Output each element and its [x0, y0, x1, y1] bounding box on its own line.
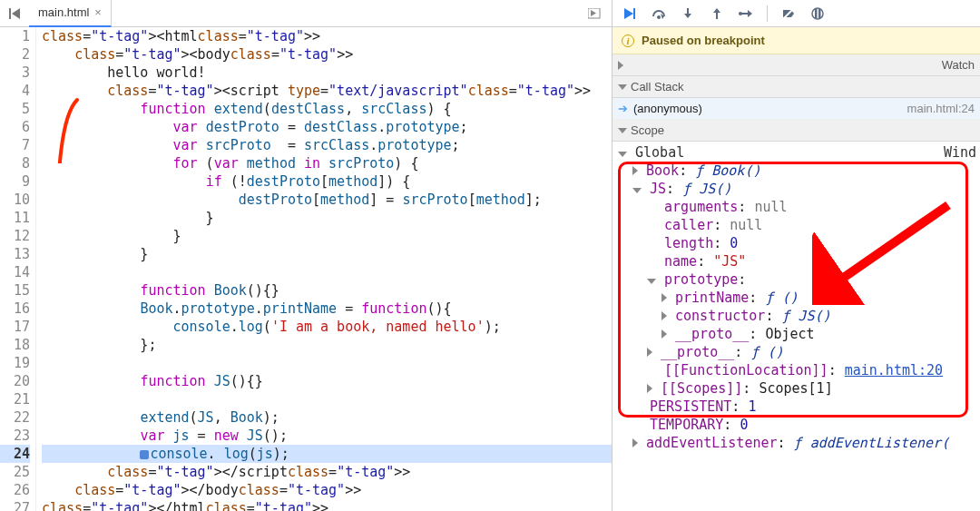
code-line[interactable]: }: [42, 209, 612, 227]
svg-rect-0: [9, 8, 11, 19]
code-line[interactable]: Book.prototype.printName = function(){: [42, 300, 612, 318]
line-number[interactable]: 1: [0, 27, 30, 45]
line-number[interactable]: 14: [0, 263, 30, 281]
scope-row[interactable]: [[FunctionLocation]]: main.html:20: [616, 361, 976, 379]
line-number[interactable]: 19: [0, 354, 30, 372]
code-area[interactable]: class="t-tag"><htmlclass="t-tag">> class…: [36, 27, 612, 511]
watch-header[interactable]: Watch: [612, 54, 980, 76]
scope-row[interactable]: arguments: null: [616, 198, 976, 216]
line-number[interactable]: 11: [0, 209, 30, 227]
code-line[interactable]: class="t-tag"><script type="text/javascr…: [42, 82, 612, 100]
step-over-icon[interactable]: [651, 5, 667, 22]
code-line[interactable]: [42, 390, 612, 408]
line-number[interactable]: 2: [0, 45, 30, 64]
code-line[interactable]: };: [42, 336, 612, 354]
step-into-icon[interactable]: [680, 5, 696, 22]
line-number[interactable]: 24: [0, 445, 30, 463]
line-number[interactable]: 17: [0, 318, 30, 336]
code-line[interactable]: class="t-tag"><htmlclass="t-tag">>: [42, 27, 612, 45]
watch-label: Watch: [942, 58, 975, 72]
chevron-down-icon: [632, 188, 642, 193]
code-line[interactable]: for (var method in srcProto) {: [42, 154, 612, 172]
line-number[interactable]: 13: [0, 245, 30, 263]
pause-exceptions-icon[interactable]: [809, 5, 826, 22]
line-number[interactable]: 10: [0, 191, 30, 209]
code-line[interactable]: console.log('I am a book, named hello');: [42, 318, 612, 336]
step-icon[interactable]: [738, 5, 754, 22]
line-number[interactable]: 22: [0, 408, 30, 427]
code-line[interactable]: hello world!: [42, 64, 612, 82]
line-gutter: 1234567891011121314151617181920212223242…: [0, 27, 36, 511]
scope-row[interactable]: length: 0: [616, 234, 976, 252]
line-number[interactable]: 12: [0, 227, 30, 245]
debug-pane: i Paused on breakpoint Watch Call Stack …: [612, 0, 980, 511]
scope-row[interactable]: addEventListener: ƒ addEventListener(: [616, 434, 976, 452]
line-number[interactable]: 6: [0, 118, 30, 136]
line-number[interactable]: 20: [0, 372, 30, 390]
scope-header[interactable]: Scope: [612, 120, 980, 142]
code-line[interactable]: class="t-tag"><bodyclass="t-tag">>: [42, 45, 612, 64]
code-line[interactable]: [42, 354, 612, 372]
code-line[interactable]: }: [42, 245, 612, 263]
svg-marker-9: [684, 14, 691, 18]
code-line[interactable]: var srcProto = srcClass.prototype;: [42, 136, 612, 154]
chevron-right-icon: [662, 293, 667, 302]
scope-row[interactable]: prototype:: [616, 270, 976, 289]
scope-row[interactable]: caller: null: [616, 216, 976, 234]
line-number[interactable]: 5: [0, 100, 30, 118]
stack-frame[interactable]: ➔ (anonymous) main.html:24: [612, 98, 980, 120]
code-line[interactable]: class="t-tag"></bodyclass="t-tag">>: [42, 481, 612, 499]
code-line[interactable]: [42, 263, 612, 281]
scope-row[interactable]: JS: ƒ JS(): [616, 180, 976, 198]
code-line[interactable]: function extend(destClass, srcClass) {: [42, 100, 612, 118]
line-number[interactable]: 15: [0, 281, 30, 300]
line-number[interactable]: 16: [0, 300, 30, 318]
scope-row[interactable]: __proto__: ƒ (): [616, 343, 976, 361]
chevron-right-icon: [662, 311, 667, 320]
code-line[interactable]: if (!destProto[method]) {: [42, 172, 612, 191]
code-line[interactable]: var destProto = destClass.prototype;: [42, 118, 612, 136]
line-number[interactable]: 21: [0, 390, 30, 408]
code-line[interactable]: destProto[method] = srcProto[method];: [42, 191, 612, 209]
scope-row[interactable]: name: "JS": [616, 252, 976, 270]
code-line[interactable]: class="t-tag"></htmlclass="t-tag">>: [42, 499, 612, 511]
line-number[interactable]: 26: [0, 481, 30, 499]
scope-tree[interactable]: Global Wind Book: ƒ Book() JS: ƒ JS() ar…: [612, 142, 980, 511]
code-line[interactable]: var js = new JS();: [42, 427, 612, 445]
line-number[interactable]: 3: [0, 64, 30, 82]
code-editor[interactable]: 1234567891011121314151617181920212223242…: [0, 27, 612, 511]
scope-row[interactable]: PERSISTENT: 1: [616, 398, 976, 416]
tab-main-html[interactable]: main.html ×: [29, 0, 112, 27]
code-line[interactable]: console. log(js);: [42, 445, 612, 463]
chevron-down-icon: [647, 279, 656, 284]
scope-row[interactable]: __proto__: Object: [616, 325, 976, 343]
scope-row[interactable]: constructor: ƒ JS(): [616, 307, 976, 325]
line-number[interactable]: 23: [0, 427, 30, 445]
code-line[interactable]: extend(JS, Book);: [42, 408, 612, 427]
svg-rect-19: [818, 9, 821, 18]
callstack-label: Call Stack: [631, 80, 684, 93]
nav-back-icon[interactable]: [5, 4, 25, 24]
tab-overflow-icon[interactable]: [583, 4, 606, 24]
code-line[interactable]: function Book(){}: [42, 281, 612, 300]
line-number[interactable]: 25: [0, 463, 30, 481]
callstack-header[interactable]: Call Stack: [612, 76, 980, 98]
line-number[interactable]: 9: [0, 172, 30, 191]
scope-global-row[interactable]: Global Wind: [616, 143, 976, 162]
close-icon[interactable]: ×: [94, 5, 102, 19]
scope-row[interactable]: [[Scopes]]: Scopes[1]: [616, 379, 976, 398]
deactivate-breakpoints-icon[interactable]: [780, 5, 797, 22]
step-out-icon[interactable]: [709, 5, 725, 22]
scope-row[interactable]: printName: ƒ (): [616, 289, 976, 307]
scope-row[interactable]: TEMPORARY: 0: [616, 416, 976, 434]
code-line[interactable]: class="t-tag"></scriptclass="t-tag">>: [42, 463, 612, 481]
code-line[interactable]: }: [42, 227, 612, 245]
line-number[interactable]: 27: [0, 499, 30, 511]
line-number[interactable]: 18: [0, 336, 30, 354]
line-number[interactable]: 7: [0, 136, 30, 154]
scope-row[interactable]: Book: ƒ Book(): [616, 162, 976, 180]
line-number[interactable]: 4: [0, 82, 30, 100]
resume-icon[interactable]: [622, 5, 638, 22]
line-number[interactable]: 8: [0, 154, 30, 172]
code-line[interactable]: function JS(){}: [42, 372, 612, 390]
